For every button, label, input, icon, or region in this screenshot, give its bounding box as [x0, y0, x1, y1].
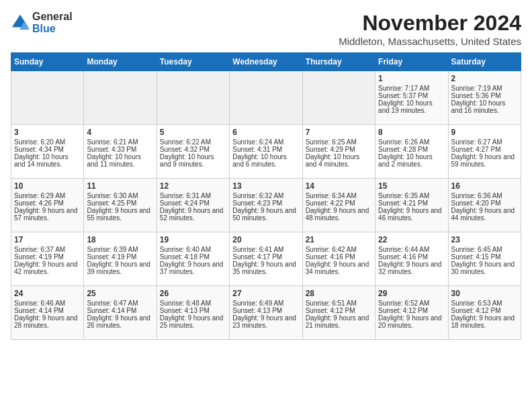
header-tuesday: Tuesday: [157, 53, 229, 71]
daylight: Daylight: 9 hours and 34 minutes.: [306, 261, 372, 275]
day-number: 27: [232, 289, 299, 298]
daylight: Daylight: 10 hours and 6 minutes.: [232, 153, 299, 168]
calendar-cell: 9Sunrise: 6:27 AMSunset: 4:27 PMDaylight…: [448, 125, 521, 179]
sunrise: Sunrise: 6:34 AM: [306, 192, 372, 199]
sunset: Sunset: 4:29 PM: [306, 146, 372, 153]
sunrise: Sunrise: 6:20 AM: [14, 138, 81, 146]
day-number: 2: [451, 74, 518, 83]
sunrise: Sunrise: 6:49 AM: [232, 300, 299, 307]
sunset: Sunset: 4:26 PM: [14, 199, 81, 207]
sunrise: Sunrise: 6:45 AM: [451, 246, 518, 253]
sunrise: Sunrise: 6:44 AM: [378, 246, 445, 253]
daylight: Daylight: 9 hours and 59 minutes.: [451, 153, 518, 168]
title-area: November 2024 Middleton, Massachusetts, …: [339, 11, 521, 47]
sunset: Sunset: 5:37 PM: [378, 92, 445, 99]
week-row-1: 3Sunrise: 6:20 AMSunset: 4:34 PMDaylight…: [11, 125, 521, 179]
daylight: Daylight: 10 hours and 2 minutes.: [378, 153, 445, 168]
sunrise: Sunrise: 6:31 AM: [160, 192, 226, 199]
calendar-cell: 3Sunrise: 6:20 AMSunset: 4:34 PMDaylight…: [11, 125, 84, 179]
sunrise: Sunrise: 6:48 AM: [160, 300, 226, 307]
daylight: Daylight: 9 hours and 55 minutes.: [87, 207, 153, 222]
sunrise: Sunrise: 6:26 AM: [378, 138, 445, 146]
calendar-cell: 22Sunrise: 6:44 AMSunset: 4:16 PMDayligh…: [375, 232, 448, 286]
sunrise: Sunrise: 6:47 AM: [87, 300, 153, 307]
calendar-cell: 28Sunrise: 6:51 AMSunset: 4:12 PMDayligh…: [302, 286, 375, 340]
daylight: Daylight: 9 hours and 48 minutes.: [306, 207, 372, 222]
day-number: 14: [306, 181, 372, 191]
calendar-cell: 5Sunrise: 6:22 AMSunset: 4:32 PMDaylight…: [157, 125, 229, 179]
daylight: Daylight: 10 hours and 19 minutes.: [378, 99, 445, 114]
daylight: Daylight: 9 hours and 50 minutes.: [232, 207, 299, 222]
calendar-cell: 14Sunrise: 6:34 AMSunset: 4:22 PMDayligh…: [302, 179, 375, 232]
daylight: Daylight: 9 hours and 37 minutes.: [160, 261, 226, 275]
sunset: Sunset: 4:22 PM: [306, 199, 372, 207]
day-number: 20: [232, 235, 299, 244]
subtitle: Middleton, Massachusetts, United States: [339, 36, 521, 47]
day-number: 17: [14, 235, 81, 244]
sunset: Sunset: 4:34 PM: [14, 146, 81, 153]
day-number: 21: [306, 235, 372, 244]
daylight: Daylight: 9 hours and 28 minutes.: [14, 314, 81, 329]
sunset: Sunset: 4:17 PM: [232, 253, 299, 261]
sunset: Sunset: 4:23 PM: [232, 199, 299, 207]
daylight: Daylight: 9 hours and 30 minutes.: [451, 261, 518, 275]
logo-text: General Blue: [32, 11, 73, 35]
calendar-cell: 4Sunrise: 6:21 AMSunset: 4:33 PMDaylight…: [84, 125, 157, 179]
daylight: Daylight: 10 hours and 11 minutes.: [87, 153, 153, 168]
sunset: Sunset: 4:13 PM: [232, 307, 299, 314]
sunset: Sunset: 4:24 PM: [160, 199, 226, 207]
header-saturday: Saturday: [448, 53, 521, 71]
calendar-body: 1Sunrise: 7:17 AMSunset: 5:37 PMDaylight…: [11, 71, 521, 340]
sunset: Sunset: 4:31 PM: [232, 146, 299, 153]
header: General Blue November 2024 Middleton, Ma…: [11, 11, 521, 47]
calendar-cell: 23Sunrise: 6:45 AMSunset: 4:15 PMDayligh…: [448, 232, 521, 286]
day-number: 25: [87, 289, 153, 298]
sunrise: Sunrise: 6:30 AM: [87, 192, 153, 199]
daylight: Daylight: 10 hours and 4 minutes.: [306, 153, 372, 168]
day-number: 19: [160, 235, 226, 244]
sunset: Sunset: 4:12 PM: [378, 307, 445, 314]
logo-icon: [11, 13, 30, 32]
daylight: Daylight: 9 hours and 21 minutes.: [306, 314, 372, 329]
calendar-cell: 1Sunrise: 7:17 AMSunset: 5:37 PMDaylight…: [375, 71, 448, 125]
day-number: 3: [14, 128, 81, 137]
sunrise: Sunrise: 6:24 AM: [232, 138, 299, 146]
day-number: 7: [306, 128, 372, 137]
week-row-4: 24Sunrise: 6:46 AMSunset: 4:14 PMDayligh…: [11, 286, 521, 340]
sunrise: Sunrise: 6:42 AM: [306, 246, 372, 253]
calendar-header: SundayMondayTuesdayWednesdayThursdayFrid…: [11, 53, 521, 71]
daylight: Daylight: 10 hours and 16 minutes.: [451, 99, 518, 114]
sunset: Sunset: 4:33 PM: [87, 146, 153, 153]
calendar-cell: 17Sunrise: 6:37 AMSunset: 4:19 PMDayligh…: [11, 232, 84, 286]
day-number: 23: [451, 235, 518, 244]
sunset: Sunset: 4:20 PM: [451, 199, 518, 207]
sunrise: Sunrise: 7:19 AM: [451, 85, 518, 92]
day-number: 18: [87, 235, 153, 244]
sunrise: Sunrise: 6:41 AM: [232, 246, 299, 253]
day-number: 6: [232, 128, 299, 137]
day-number: 9: [451, 128, 518, 137]
day-number: 28: [306, 289, 372, 298]
calendar-cell: [84, 71, 157, 125]
sunset: Sunset: 4:14 PM: [14, 307, 81, 314]
day-number: 15: [378, 181, 445, 191]
main-title: November 2024: [339, 11, 521, 36]
sunset: Sunset: 4:12 PM: [451, 307, 518, 314]
calendar-cell: 19Sunrise: 6:40 AMSunset: 4:18 PMDayligh…: [157, 232, 229, 286]
calendar-cell: 29Sunrise: 6:52 AMSunset: 4:12 PMDayligh…: [375, 286, 448, 340]
sunrise: Sunrise: 7:17 AM: [378, 85, 445, 92]
sunset: Sunset: 4:13 PM: [160, 307, 226, 314]
sunrise: Sunrise: 6:37 AM: [14, 246, 81, 253]
daylight: Daylight: 9 hours and 57 minutes.: [14, 207, 81, 222]
calendar-cell: 6Sunrise: 6:24 AMSunset: 4:31 PMDaylight…: [230, 125, 302, 179]
day-number: 8: [378, 128, 445, 137]
sunset: Sunset: 4:14 PM: [87, 307, 153, 314]
sunrise: Sunrise: 6:51 AM: [306, 300, 372, 307]
day-number: 4: [87, 128, 153, 137]
sunset: Sunset: 4:28 PM: [378, 146, 445, 153]
day-number: 10: [14, 181, 81, 191]
calendar-cell: 18Sunrise: 6:39 AMSunset: 4:19 PMDayligh…: [84, 232, 157, 286]
calendar-cell: 8Sunrise: 6:26 AMSunset: 4:28 PMDaylight…: [375, 125, 448, 179]
calendar-cell: 12Sunrise: 6:31 AMSunset: 4:24 PMDayligh…: [157, 179, 229, 232]
sunset: Sunset: 4:19 PM: [87, 253, 153, 261]
